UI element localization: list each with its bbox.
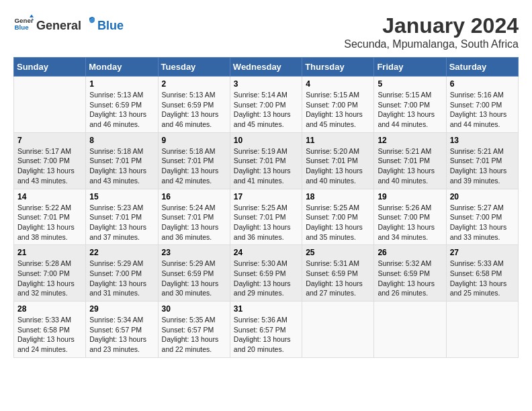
day-number: 11 [306,136,370,145]
day-number: 9 [162,136,226,145]
calendar-cell: 11Sunrise: 5:20 AM Sunset: 7:01 PM Dayli… [302,132,374,189]
day-info: Sunrise: 5:29 AM Sunset: 7:00 PM Dayligh… [89,259,154,298]
day-info: Sunrise: 5:29 AM Sunset: 6:59 PM Dayligh… [162,259,226,298]
calendar-cell: 16Sunrise: 5:24 AM Sunset: 7:01 PM Dayli… [158,189,230,245]
day-info: Sunrise: 5:21 AM Sunset: 7:01 PM Dayligh… [378,146,442,186]
day-number: 4 [306,79,370,89]
day-info: Sunrise: 5:26 AM Sunset: 7:00 PM Dayligh… [378,203,442,242]
calendar-cell: 14Sunrise: 5:22 AM Sunset: 7:01 PM Dayli… [14,189,86,245]
calendar-cell [14,77,86,133]
day-number: 3 [234,79,298,89]
calendar-cell: 6Sunrise: 5:16 AM Sunset: 7:00 PM Daylig… [446,77,518,133]
calendar-cell [446,302,518,358]
calendar-cell: 8Sunrise: 5:18 AM Sunset: 7:01 PM Daylig… [86,132,158,189]
day-info: Sunrise: 5:33 AM Sunset: 6:58 PM Dayligh… [17,315,82,355]
day-info: Sunrise: 5:28 AM Sunset: 7:00 PM Dayligh… [17,259,82,298]
calendar-cell: 28Sunrise: 5:33 AM Sunset: 6:58 PM Dayli… [14,302,86,358]
calendar-cell: 29Sunrise: 5:34 AM Sunset: 6:57 PM Dayli… [86,302,158,358]
day-number: 28 [17,304,82,314]
day-number: 20 [450,192,515,201]
header: General Blue General Blue January 2024 S… [13,13,519,50]
calendar-cell: 15Sunrise: 5:23 AM Sunset: 7:01 PM Dayli… [86,189,158,245]
day-info: Sunrise: 5:36 AM Sunset: 6:57 PM Dayligh… [234,315,298,355]
calendar-cell: 10Sunrise: 5:19 AM Sunset: 7:01 PM Dayli… [230,132,302,189]
day-number: 18 [306,192,370,201]
calendar-cell: 24Sunrise: 5:30 AM Sunset: 6:59 PM Dayli… [230,245,302,302]
day-info: Sunrise: 5:34 AM Sunset: 6:57 PM Dayligh… [89,315,154,355]
day-info: Sunrise: 5:25 AM Sunset: 7:00 PM Dayligh… [306,203,370,242]
main-title: January 2024 [344,13,519,38]
day-number: 25 [306,248,370,257]
day-info: Sunrise: 5:22 AM Sunset: 7:01 PM Dayligh… [17,203,82,242]
calendar-cell: 18Sunrise: 5:25 AM Sunset: 7:00 PM Dayli… [302,189,374,245]
day-number: 22 [89,248,154,257]
calendar-cell: 19Sunrise: 5:26 AM Sunset: 7:00 PM Dayli… [374,189,446,245]
calendar-week-row: 7Sunrise: 5:17 AM Sunset: 7:00 PM Daylig… [14,132,519,189]
calendar-cell [302,302,374,358]
day-number: 19 [378,192,442,201]
logo: General Blue General Blue [13,13,124,34]
calendar-cell: 5Sunrise: 5:15 AM Sunset: 7:00 PM Daylig… [374,77,446,133]
calendar-week-row: 28Sunrise: 5:33 AM Sunset: 6:58 PM Dayli… [14,302,519,358]
calendar-day-header: Monday [86,58,158,77]
calendar-week-row: 14Sunrise: 5:22 AM Sunset: 7:01 PM Dayli… [14,189,519,245]
calendar-cell: 12Sunrise: 5:21 AM Sunset: 7:01 PM Dayli… [374,132,446,189]
day-number: 23 [162,248,226,257]
day-number: 13 [450,136,515,145]
calendar-day-header: Wednesday [230,58,302,77]
day-info: Sunrise: 5:30 AM Sunset: 6:59 PM Dayligh… [234,259,298,298]
calendar-cell: 20Sunrise: 5:27 AM Sunset: 7:00 PM Dayli… [446,189,518,245]
day-number: 29 [89,304,154,314]
calendar-cell: 3Sunrise: 5:14 AM Sunset: 7:00 PM Daylig… [230,77,302,133]
day-info: Sunrise: 5:20 AM Sunset: 7:01 PM Dayligh… [306,146,370,186]
svg-text:Blue: Blue [15,24,30,31]
day-number: 15 [89,192,154,201]
calendar-cell: 21Sunrise: 5:28 AM Sunset: 7:00 PM Dayli… [14,245,86,302]
day-number: 5 [378,79,442,89]
day-info: Sunrise: 5:32 AM Sunset: 6:59 PM Dayligh… [378,259,442,298]
calendar-cell: 25Sunrise: 5:31 AM Sunset: 6:59 PM Dayli… [302,245,374,302]
day-number: 2 [162,79,226,89]
calendar-week-row: 21Sunrise: 5:28 AM Sunset: 7:00 PM Dayli… [14,245,519,302]
day-number: 17 [234,192,298,201]
calendar-cell: 4Sunrise: 5:15 AM Sunset: 7:00 PM Daylig… [302,77,374,133]
day-number: 12 [378,136,442,145]
calendar-cell: 26Sunrise: 5:32 AM Sunset: 6:59 PM Dayli… [374,245,446,302]
day-info: Sunrise: 5:27 AM Sunset: 7:00 PM Dayligh… [450,203,515,242]
calendar-day-header: Friday [374,58,446,77]
day-number: 31 [234,304,298,314]
day-info: Sunrise: 5:15 AM Sunset: 7:00 PM Dayligh… [306,90,370,130]
calendar-table: SundayMondayTuesdayWednesdayThursdayFrid… [13,57,519,358]
day-number: 30 [162,304,226,314]
calendar-cell: 2Sunrise: 5:13 AM Sunset: 6:59 PM Daylig… [158,77,230,133]
calendar-cell: 17Sunrise: 5:25 AM Sunset: 7:01 PM Dayli… [230,189,302,245]
day-number: 8 [89,136,154,145]
title-area: January 2024 Secunda, Mpumalanga, South … [344,13,519,50]
day-number: 27 [450,248,515,257]
calendar-day-header: Tuesday [158,58,230,77]
day-info: Sunrise: 5:18 AM Sunset: 7:01 PM Dayligh… [89,146,154,186]
day-info: Sunrise: 5:31 AM Sunset: 6:59 PM Dayligh… [306,259,370,298]
logo-blue-text: Blue [97,19,124,33]
day-number: 16 [162,192,226,201]
calendar-cell: 13Sunrise: 5:21 AM Sunset: 7:01 PM Dayli… [446,132,518,189]
calendar-cell: 9Sunrise: 5:18 AM Sunset: 7:01 PM Daylig… [158,132,230,189]
day-info: Sunrise: 5:17 AM Sunset: 7:00 PM Dayligh… [17,146,82,186]
day-info: Sunrise: 5:13 AM Sunset: 6:59 PM Dayligh… [162,90,226,130]
day-info: Sunrise: 5:21 AM Sunset: 7:01 PM Dayligh… [450,146,515,186]
day-info: Sunrise: 5:33 AM Sunset: 6:58 PM Dayligh… [450,259,515,298]
day-number: 1 [89,79,154,89]
day-number: 21 [17,248,82,257]
svg-marker-2 [30,15,34,18]
calendar-day-header: Sunday [14,58,86,77]
day-number: 14 [17,192,82,201]
day-info: Sunrise: 5:19 AM Sunset: 7:01 PM Dayligh… [234,146,298,186]
calendar-cell: 7Sunrise: 5:17 AM Sunset: 7:00 PM Daylig… [14,132,86,189]
day-info: Sunrise: 5:15 AM Sunset: 7:00 PM Dayligh… [378,90,442,130]
subtitle: Secunda, Mpumalanga, South Africa [344,38,519,50]
logo-general-text: General [36,19,81,33]
calendar-week-row: 1Sunrise: 5:13 AM Sunset: 6:59 PM Daylig… [14,77,519,133]
calendar-cell: 27Sunrise: 5:33 AM Sunset: 6:58 PM Dayli… [446,245,518,302]
logo-bird-icon [82,15,97,30]
day-number: 26 [378,248,442,257]
